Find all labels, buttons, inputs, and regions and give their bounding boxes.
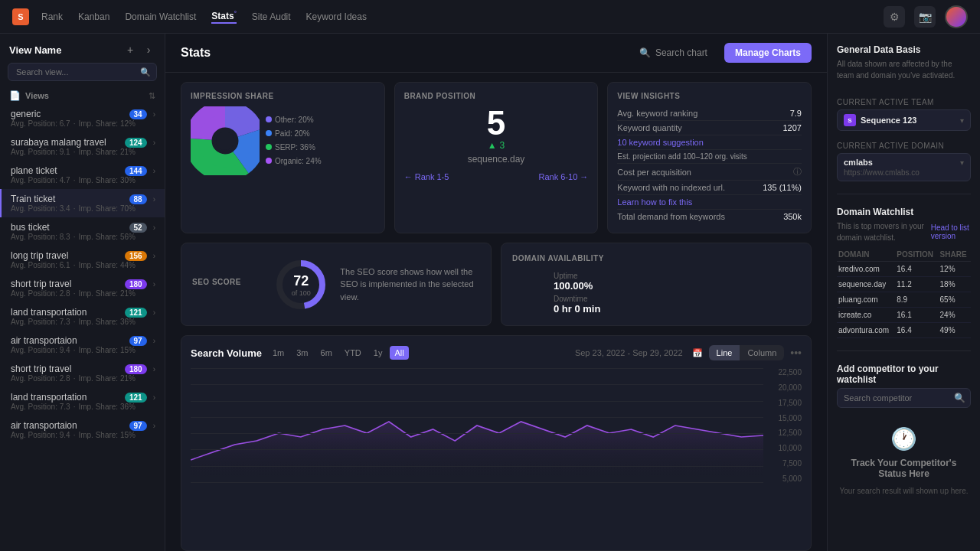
line-view-button[interactable]: Line xyxy=(709,345,740,360)
sidebar-search-input[interactable] xyxy=(8,63,157,81)
nav-links: Rank Kanban Domain Watchlist Stats Site … xyxy=(41,10,367,24)
brand-position-content: 5 ▲ 3 sequence.day xyxy=(404,106,589,165)
team-logo: S xyxy=(844,114,856,126)
sidebar-item[interactable]: short trip travel 180 › Avg. Position: 2… xyxy=(0,359,165,387)
watchlist-position: 11.2 xyxy=(895,277,938,292)
brand-position-title: BRAND POSITION xyxy=(404,92,589,100)
search-chart-label: Search chart xyxy=(655,47,707,58)
sidebar-item[interactable]: short trip travel 180 › Avg. Position: 2… xyxy=(0,274,165,302)
watchlist-row: pluang.com 8.9 65% xyxy=(837,292,971,308)
domain-name: cmlabs xyxy=(844,158,873,167)
sidebar-item-badge: 180 xyxy=(125,364,147,374)
sidebar-item-badge: 97 xyxy=(129,336,147,346)
search-icon: 🔍 xyxy=(639,47,651,58)
watchlist-domain[interactable]: advontura.com xyxy=(837,323,895,338)
competitor-search-input[interactable] xyxy=(844,393,949,403)
sidebar-item-name: short trip travel xyxy=(11,364,122,374)
chevron-right-icon: › xyxy=(153,252,155,260)
nav-logo: S xyxy=(12,8,29,25)
time-1y[interactable]: 1y xyxy=(369,346,387,360)
team-selector[interactable]: S Sequence 123 ▾ xyxy=(837,109,971,131)
sidebar-item-badge: 121 xyxy=(125,393,147,403)
sidebar-item[interactable]: bus ticket 52 › Avg. Position: 8.3 · Imp… xyxy=(0,217,165,246)
sidebar-item[interactable]: Train ticket 88 › Avg. Position: 3.4 · I… xyxy=(0,189,165,217)
sidebar-item[interactable]: long trip travel 156 › Avg. Position: 6.… xyxy=(0,246,165,274)
watchlist-domain[interactable]: pluang.com xyxy=(837,292,895,308)
nav-kanban[interactable]: Kanban xyxy=(78,11,109,22)
sidebar-item-name: land transportation xyxy=(11,392,122,403)
middle-grid: SEO SCORE 72 of 100 The SEO score shows … xyxy=(165,243,827,335)
sidebar-item[interactable]: air transportaion 97 › Avg. Position: 9.… xyxy=(0,331,165,359)
search-chart-button[interactable]: 🔍 Search chart xyxy=(632,43,715,63)
chart-date-range: Sep 23, 2022 - Sep 29, 2022 xyxy=(575,348,683,357)
domain-selector[interactable]: cmlabs ▾ https://www.cmlabs.co xyxy=(837,153,971,181)
sidebar: View Name + › 🔍 📄 Views ⇅ generic 34 xyxy=(0,34,165,551)
chevron-right-icon: › xyxy=(153,337,155,345)
sidebar-section-views: 📄 Views ⇅ xyxy=(0,87,165,104)
time-all[interactable]: All xyxy=(390,346,408,360)
pie-chart xyxy=(191,106,260,175)
watchlist-link[interactable]: Head to list version xyxy=(931,223,971,240)
sidebar-item-name: air transportaion xyxy=(11,335,126,346)
search-icon: 🔍 xyxy=(140,67,151,77)
sidebar-item[interactable]: air transportaion 97 › Avg. Position: 9.… xyxy=(0,416,165,444)
sidebar-item-badge: 88 xyxy=(129,194,147,204)
watchlist-domain[interactable]: icreate.co xyxy=(837,308,895,323)
brand-position-card: BRAND POSITION 5 ▲ 3 sequence.day ← Rank… xyxy=(394,82,599,233)
watchlist-title: Domain Watchlist xyxy=(837,207,971,217)
watchlist-row: advontura.com 16.4 49% xyxy=(837,323,971,338)
chevron-down-icon: ▾ xyxy=(960,116,964,125)
watchlist-domain[interactable]: kredivo.com xyxy=(837,262,895,277)
user-avatar[interactable] xyxy=(945,5,968,28)
sidebar-item-name: land transportation xyxy=(11,307,122,318)
seo-donut-chart: 72 of 100 xyxy=(274,258,328,311)
brand-position-number: 5 xyxy=(404,106,589,140)
track-title: Track Your Competitor's Status Here xyxy=(837,458,971,479)
insight-no-indexed: Keyword with no indexed url. 135 (11%) xyxy=(617,181,802,195)
app: S Rank Kanban Domain Watchlist Stats Sit… xyxy=(0,0,980,551)
chevron-down-icon: ▾ xyxy=(960,158,964,167)
nav-site-audit[interactable]: Site Audit xyxy=(252,11,291,22)
sidebar-item-name: air transportaion xyxy=(11,420,126,431)
nav-domain-watchlist[interactable]: Domain Watchlist xyxy=(125,11,196,22)
brand-nav-left[interactable]: ← Rank 1-5 xyxy=(404,172,449,181)
content-area: Stats 🔍 Search chart Manage Charts IMPRE… xyxy=(165,34,827,551)
search-volume-card: Search Volume 1m 3m 6m YTD 1y All Sep 23… xyxy=(181,335,812,551)
nav-keyword-ideas[interactable]: Keyword Ideas xyxy=(306,11,367,22)
active-team-label: CURRENT ACTIVE TEAM xyxy=(837,98,971,106)
chevron-right-icon: › xyxy=(153,167,155,175)
time-ytd[interactable]: YTD xyxy=(340,346,366,360)
column-view-button[interactable]: Column xyxy=(740,345,784,360)
sidebar-item[interactable]: land transportation 121 › Avg. Position:… xyxy=(0,302,165,331)
sidebar-item[interactable]: plane ticket 144 › Avg. Position: 4.7 · … xyxy=(0,161,165,189)
time-3m[interactable]: 3m xyxy=(292,346,312,360)
share-header: SHARE xyxy=(939,248,971,262)
nav-rank[interactable]: Rank xyxy=(41,11,63,22)
watchlist-row: kredivo.com 16.4 12% xyxy=(837,262,971,277)
time-6m[interactable]: 6m xyxy=(316,346,337,360)
domain-url: https://www.cmlabs.co xyxy=(844,168,964,177)
chart-more-button[interactable]: ••• xyxy=(790,347,802,359)
expand-sidebar-button[interactable]: › xyxy=(142,43,155,57)
top-nav: S Rank Kanban Domain Watchlist Stats Sit… xyxy=(0,0,980,34)
sidebar-item[interactable]: generic 34 › Avg. Position: 6.7 · Imp. S… xyxy=(0,104,165,132)
camera-button[interactable]: 📷 xyxy=(914,6,936,28)
manage-charts-button[interactable]: Manage Charts xyxy=(724,43,812,63)
watchlist-position: 16.4 xyxy=(895,262,938,277)
chart-view-toggle: Line Column xyxy=(709,345,785,360)
time-1m[interactable]: 1m xyxy=(268,346,289,360)
watchlist-desc: This is top movers in your domain watchl… xyxy=(837,220,928,243)
add-view-button[interactable]: + xyxy=(123,43,137,57)
settings-button[interactable]: ⚙ xyxy=(884,6,905,28)
sidebar-item[interactable]: surabaya malang travel 124 › Avg. Positi… xyxy=(0,132,165,161)
nav-stats[interactable]: Stats xyxy=(211,10,237,24)
sort-button[interactable]: ⇅ xyxy=(149,91,155,101)
sidebar-item[interactable]: land transportation 121 › Avg. Position:… xyxy=(0,387,165,416)
watchlist-section: Domain Watchlist This is top movers in y… xyxy=(837,207,971,338)
page-title: Stats xyxy=(181,46,211,60)
sidebar-item-meta: Avg. Position: 9.1 · Imp. Share: 21% xyxy=(11,148,155,156)
watchlist-domain[interactable]: sequence.day xyxy=(837,277,895,292)
chevron-right-icon: › xyxy=(153,365,155,373)
seo-score-label: 72 of 100 xyxy=(292,272,311,296)
brand-nav-right[interactable]: Rank 6-10 → xyxy=(539,172,589,181)
